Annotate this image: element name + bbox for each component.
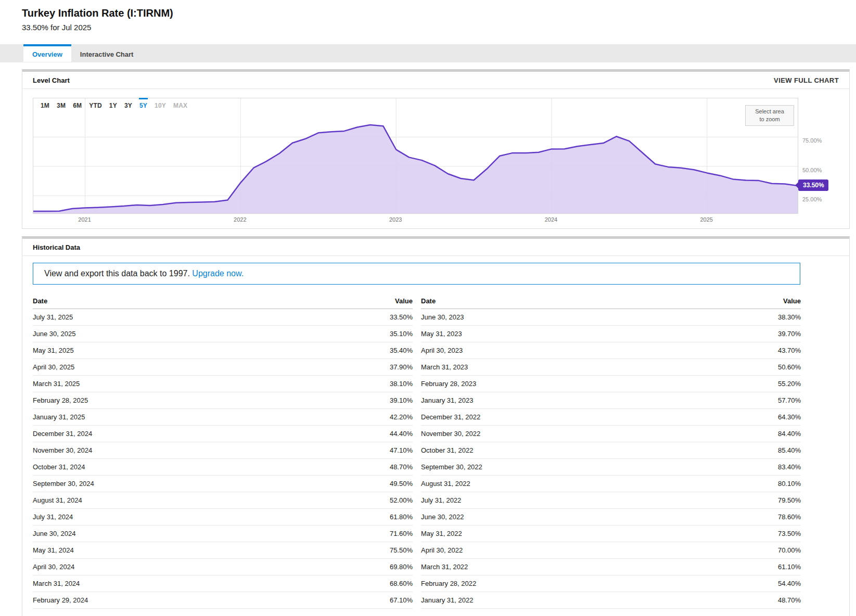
range-button-3m[interactable]: 3M: [53, 98, 69, 111]
value-cell: 83.40%: [697, 459, 801, 476]
date-cell: June 30, 2022: [421, 509, 697, 525]
level-chart-title: Level Chart: [33, 76, 70, 84]
date-cell: September 30, 2022: [421, 459, 697, 476]
table-row: March 31, 202350.60%: [421, 359, 801, 376]
date-cell: February 28, 2023: [421, 376, 697, 392]
historical-data-title: Historical Data: [33, 243, 80, 251]
value-cell: 50.60%: [697, 359, 801, 376]
x-tick-label: 2023: [389, 216, 402, 223]
page-title: Turkey Inflation Rate (I:TIRNM): [22, 7, 856, 19]
table-row: May 31, 202273.50%: [421, 525, 801, 542]
chart-plot[interactable]: [33, 98, 798, 214]
value-cell: 35.40%: [309, 342, 413, 359]
date-cell: June 30, 2023: [421, 309, 697, 326]
table-row: May 31, 202535.40%: [33, 342, 413, 359]
table-row: September 30, 202283.40%: [421, 459, 801, 476]
table-row: July 31, 202279.50%: [421, 492, 801, 509]
value-cell: 44.40%: [309, 426, 413, 442]
chart-area: 1M3M6MYTD1Y3Y5Y10YMAX Select area to zoo…: [22, 89, 849, 228]
upgrade-banner: View and export this data back to 1997. …: [33, 263, 800, 285]
range-button-6m[interactable]: 6M: [69, 98, 85, 111]
value-cell: 38.30%: [697, 309, 801, 326]
range-button-max: MAX: [170, 98, 191, 111]
value-cell: 61.80%: [309, 509, 413, 525]
table-row: August 31, 202280.10%: [421, 476, 801, 492]
table-row: October 31, 202448.70%: [33, 459, 413, 476]
current-value-badge: 33.50%: [798, 179, 828, 191]
date-cell: January 31, 2025: [33, 409, 309, 426]
historical-data-card: Historical Data View and export this dat…: [22, 236, 850, 616]
table-row: July 31, 202533.50%: [33, 309, 413, 326]
date-cell: May 31, 2024: [33, 542, 309, 559]
value-cell: 35.10%: [309, 326, 413, 342]
inflation-area-chart: [33, 98, 798, 213]
value-cell: 49.50%: [309, 476, 413, 492]
date-cell: May 31, 2025: [33, 342, 309, 359]
x-tick-label: 2022: [234, 216, 246, 223]
range-button-3y[interactable]: 3Y: [121, 98, 136, 111]
historical-table-right: Date Value June 30, 202338.30%May 31, 20…: [421, 297, 801, 609]
date-cell: January 31, 2022: [421, 592, 697, 609]
value-cell: 75.50%: [309, 542, 413, 559]
level-chart-card: Level Chart VIEW FULL CHART 1M3M6MYTD1Y3…: [22, 69, 850, 229]
range-button-5y[interactable]: 5Y: [136, 98, 151, 111]
select-area-line1: Select area: [755, 108, 784, 114]
tab-interactive-chart[interactable]: Interactive Chart: [71, 44, 143, 62]
tab-overview[interactable]: Overview: [23, 44, 71, 62]
upgrade-now-link[interactable]: Upgrade now.: [192, 269, 244, 278]
date-cell: March 31, 2022: [421, 559, 697, 575]
table-row: November 30, 202284.40%: [421, 426, 801, 442]
table-row: April 30, 202469.80%: [33, 559, 413, 575]
table-row: February 29, 202467.10%: [33, 592, 413, 609]
date-cell: April 30, 2024: [33, 559, 309, 575]
value-cell: 55.20%: [697, 376, 801, 392]
range-buttons: 1M3M6MYTD1Y3Y5Y10YMAX: [37, 98, 191, 111]
value-cell: 67.10%: [309, 592, 413, 609]
table-row: February 28, 202539.10%: [33, 392, 413, 409]
table-row: March 31, 202261.10%: [421, 559, 801, 575]
range-button-1y[interactable]: 1Y: [106, 98, 121, 111]
value-cell: 47.10%: [309, 442, 413, 459]
value-cell: 61.10%: [697, 559, 801, 575]
date-cell: May 31, 2023: [421, 326, 697, 342]
range-button-10y: 10Y: [151, 98, 170, 111]
date-cell: April 30, 2023: [421, 342, 697, 359]
historical-tables: Date Value July 31, 202533.50%June 30, 2…: [22, 285, 849, 609]
value-cell: 37.90%: [309, 359, 413, 376]
range-button-1m[interactable]: 1M: [37, 98, 53, 111]
date-cell: May 31, 2022: [421, 525, 697, 542]
value-cell: 38.10%: [309, 376, 413, 392]
value-cell: 68.60%: [309, 575, 413, 592]
date-column-header: Date: [33, 297, 309, 309]
table-row: March 31, 202538.10%: [33, 376, 413, 392]
table-row: May 31, 202339.70%: [421, 326, 801, 342]
table-row: April 30, 202270.00%: [421, 542, 801, 559]
value-cell: 70.00%: [697, 542, 801, 559]
value-cell: 39.10%: [309, 392, 413, 409]
value-cell: 42.20%: [309, 409, 413, 426]
date-cell: November 30, 2022: [421, 426, 697, 442]
x-tick-label: 2024: [545, 216, 557, 223]
value-cell: 57.70%: [697, 392, 801, 409]
y-tick-label: 75.00%: [802, 137, 822, 144]
value-cell: 33.50%: [309, 309, 413, 326]
range-button-ytd[interactable]: YTD: [85, 98, 106, 111]
value-cell: 71.60%: [309, 525, 413, 542]
date-cell: March 31, 2025: [33, 376, 309, 392]
date-cell: March 31, 2024: [33, 575, 309, 592]
view-full-chart-link[interactable]: VIEW FULL CHART: [774, 76, 839, 84]
date-cell: April 30, 2025: [33, 359, 309, 376]
date-cell: August 31, 2024: [33, 492, 309, 509]
date-cell: July 31, 2022: [421, 492, 697, 509]
date-cell: January 31, 2023: [421, 392, 697, 409]
table-row: January 31, 202248.70%: [421, 592, 801, 609]
value-column-header: Value: [697, 297, 801, 309]
date-cell: December 31, 2022: [421, 409, 697, 426]
value-cell: 48.70%: [697, 592, 801, 609]
page-subtitle: 33.50% for Jul 2025: [22, 23, 856, 32]
date-cell: October 31, 2024: [33, 459, 309, 476]
date-cell: February 28, 2025: [33, 392, 309, 409]
historical-data-header: Historical Data: [22, 239, 849, 256]
date-cell: March 31, 2023: [421, 359, 697, 376]
date-cell: April 30, 2022: [421, 542, 697, 559]
